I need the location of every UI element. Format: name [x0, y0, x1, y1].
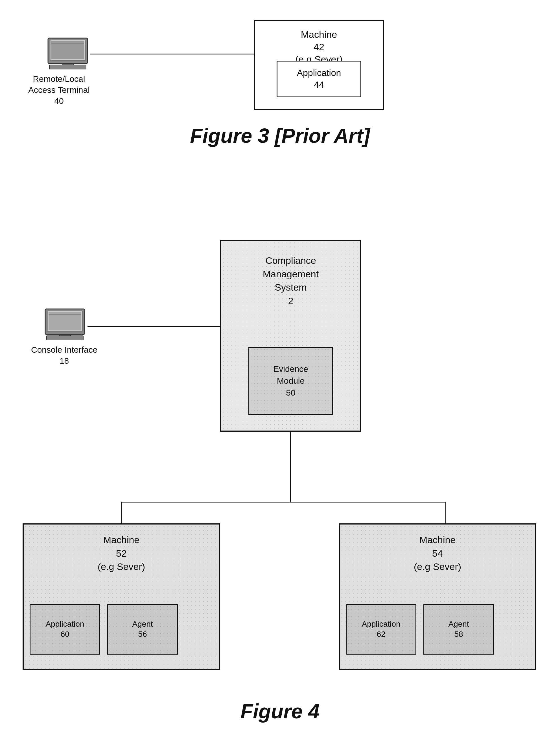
connector-vert-cms: [290, 432, 291, 502]
app62-box: Application 62: [346, 604, 416, 655]
terminal-f3-icon: [45, 37, 90, 70]
svg-rect-6: [49, 65, 86, 69]
connector-f3-line: [90, 54, 254, 54]
connector-vert-machine52: [121, 501, 122, 524]
svg-rect-9: [49, 312, 81, 330]
figure4-section: Console Interface 18 Compliance Manageme…: [0, 198, 560, 728]
machine54-label: Machine 54 (e.g Sever): [340, 533, 535, 574]
agent58-label: Agent 58: [448, 619, 469, 640]
machine42-label: Machine 42 (e.g Sever): [257, 28, 381, 66]
figure3-title: Figure 3 [Prior Art]: [0, 124, 560, 147]
connector-horiz-machines: [121, 501, 446, 503]
figure4-title: Figure 4: [0, 700, 560, 723]
terminal-f4-icon: [43, 308, 87, 341]
connector-f4-horiz-line: [87, 326, 220, 327]
agent58-box: Agent 58: [423, 604, 494, 655]
cms-label: Compliance Management System 2: [222, 254, 360, 308]
machine52-label: Machine 52 (e.g Sever): [24, 533, 219, 574]
app60-box: Application 60: [30, 604, 100, 655]
svg-rect-13: [47, 336, 83, 340]
app44-box: Application 44: [277, 61, 361, 97]
connector-vert-machine54: [445, 501, 446, 524]
agent56-box: Agent 56: [107, 604, 178, 655]
evidence-module-label: Evidence Module 50: [273, 363, 308, 399]
agent56-label: Agent 56: [132, 619, 153, 640]
app62-label: Application 62: [362, 619, 400, 640]
figure3-section: Remote/Local Access Terminal 40 Machine …: [0, 11, 560, 175]
page: Remote/Local Access Terminal 40 Machine …: [0, 0, 560, 746]
terminal-f3-label: Remote/Local Access Terminal 40: [28, 74, 90, 106]
app60-label: Application 60: [46, 619, 84, 640]
terminal-f4-label: Console Interface 18: [31, 344, 97, 366]
app44-label: Application 44: [297, 67, 341, 91]
svg-rect-2: [51, 41, 84, 59]
evidence-module-box: Evidence Module 50: [248, 347, 333, 415]
